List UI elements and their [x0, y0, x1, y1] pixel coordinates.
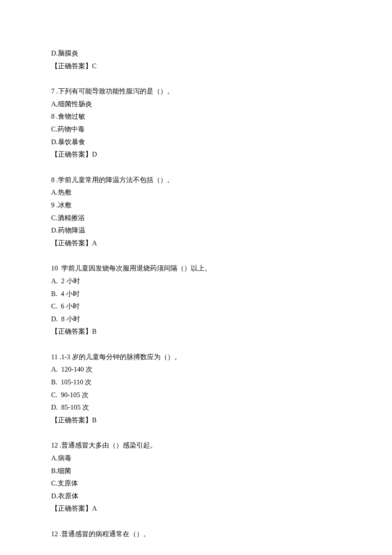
question-text: 10 学前儿童因发烧每次服用退烧药须间隔（）以上。	[51, 262, 341, 275]
option-text: C.支原体	[51, 477, 341, 490]
question-block: D.脑膜炎 【正确答案】C	[51, 47, 341, 72]
option-text: B.细菌	[51, 465, 341, 477]
answer-text: 【正确答案】B	[51, 325, 341, 338]
option-text: C.酒精擦浴	[51, 212, 341, 224]
option-text: D. 85-105 次	[51, 401, 341, 414]
question-block: 10 学前儿童因发烧每次服用退烧药须间隔（）以上。 A. 2 小时 B. 4 小…	[51, 262, 341, 338]
option-text: A. 2 小时	[51, 275, 341, 288]
option-text: A. 120-140 次	[51, 363, 341, 376]
option-text: D. 8 小时	[51, 313, 341, 325]
question-text: 12 .普通感冒的病程通常在（）。	[51, 528, 341, 540]
answer-text: 【正确答案】B	[51, 414, 341, 427]
option-text: C. 90-105 次	[51, 389, 341, 401]
question-text: 8 .学前儿童常用的降温方法不包括（）。	[51, 174, 341, 186]
option-text: C.药物中毒	[51, 123, 341, 136]
answer-text: 【正确答案】C	[51, 60, 341, 73]
question-block: 11 .1-3 岁的儿童每分钟的脉搏数应为（）。 A. 120-140 次 B.…	[51, 351, 341, 427]
document-page: D.脑膜炎 【正确答案】C 7 .下列有可能导致功能性腹泻的是（）。 A,细菌性…	[0, 0, 392, 555]
option-text: A,细菌性肠炎	[51, 98, 341, 110]
answer-text: 【正确答案】A	[51, 502, 341, 515]
question-text: 7 .下列有可能导致功能性腹泻的是（）。	[51, 85, 341, 98]
question-text: 12 .普通感冒大多由（）感染引起。	[51, 439, 341, 452]
option-text: A.病毒	[51, 452, 341, 465]
question-block: 8 .学前儿童常用的降温方法不包括（）。 A.热敷 9 .冰敷 C.酒精擦浴 D…	[51, 174, 341, 250]
option-text: D.脑膜炎	[51, 47, 341, 60]
option-text: B. 105-110 次	[51, 376, 341, 389]
option-text: B. 4 小时	[51, 288, 341, 300]
option-text: D.衣原体	[51, 490, 341, 503]
option-text: 9 .冰敷	[51, 199, 341, 212]
option-text: C. 6 小时	[51, 300, 341, 313]
option-text: D.暴饮暴食	[51, 136, 341, 148]
option-text: 8 .食物过敏	[51, 110, 341, 123]
answer-text: 【正确答案】A	[51, 237, 341, 250]
answer-text: 【正确答案】D	[51, 148, 341, 161]
question-block: 7 .下列有可能导致功能性腹泻的是（）。 A,细菌性肠炎 8 .食物过敏 C.药…	[51, 85, 341, 161]
option-text: D.药物降温	[51, 224, 341, 237]
option-text: A.热敷	[51, 186, 341, 199]
question-block: 12 .普通感冒大多由（）感染引起。 A.病毒 B.细菌 C.支原体 D.衣原体…	[51, 439, 341, 515]
question-block: 12 .普通感冒的病程通常在（）。	[51, 528, 341, 540]
question-text: 11 .1-3 岁的儿童每分钟的脉搏数应为（）。	[51, 351, 341, 363]
